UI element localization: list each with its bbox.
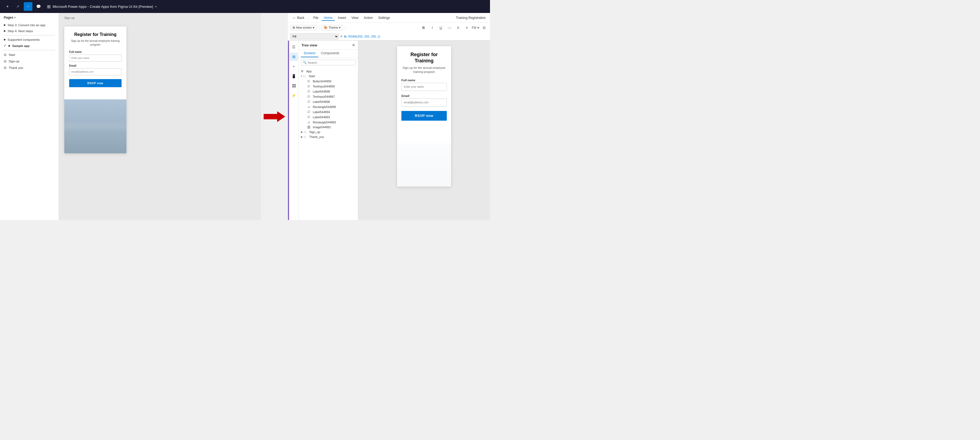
pa-search-box: 🔍 [301,60,356,65]
tree-item-thankyou[interactable]: ▶ □ Thank_you [299,134,358,139]
font-size-icon: A [457,25,460,30]
pa-tree-tabs: Screens Components [299,50,358,57]
pa-tree-view-icon[interactable]: ⊞ [290,52,298,61]
tree-item-lbl544894-label: Label544894 [313,110,355,114]
pa-body: ☰ ⊞ + 📱 🖼 ⚡ Tree view ✕ Screens Componen… [288,41,490,220]
border-button[interactable]: ⊟ [480,24,488,31]
pa-form-card: Register for Training Sign up for the an… [397,46,451,186]
svg-marker-0 [264,111,285,122]
tree-item-rect544895-label: Rectangle544895 [313,105,355,108]
screen-thankyou[interactable]: ⊞ Thank you [0,65,59,71]
pa-property-dropdown[interactable]: Fill [290,33,339,40]
pages-header: Pages ▾ [0,13,59,22]
tree-item-lbl544894[interactable]: ☑ Label544894 [299,109,358,114]
align-button[interactable]: ≡ [463,24,471,31]
formula-equals: = [340,34,342,38]
formula-expression[interactable]: RGBA(255, 255, 255, 1) [348,35,380,38]
page-dot-icon [4,30,5,32]
back-arrow-icon: ← [292,16,296,20]
label-comp-icon: ☑ [307,90,312,93]
new-screen-icon: ⊞ [293,26,295,29]
canvas-screen-label: Sign-up [64,16,75,19]
tree-item-rect544895[interactable]: ⊿ Rectangle544895 [299,104,358,109]
tree-item-txt544897-label: TextInput544897 [313,95,355,98]
tree-close-button[interactable]: ✕ [352,43,355,47]
screen-thankyou-icon: □ [304,135,308,138]
pa-tab-screens[interactable]: Screens [301,50,318,57]
tree-item-lbl544898[interactable]: ☑ Label544898 [299,89,358,94]
pa-theme-button[interactable]: 🎨 Theme ▾ [321,25,343,30]
pa-back-button[interactable]: ← Back [290,14,307,21]
pa-menu-file[interactable]: File [311,15,321,21]
page-sample[interactable]: ✓ Sample app [0,43,59,49]
figma-tool-comment[interactable]: 💬 [34,2,43,11]
label2-comp-icon: ☑ [307,100,312,103]
tree-expand-icon: ▾ [301,75,302,78]
tree-item-lbl544893-label: Label544893 [313,116,355,119]
tree-item-lbl544896[interactable]: ☑ Label544896 [299,99,358,104]
tree-view-title: Tree view [301,43,317,47]
screen-signup-label: Sign-up [9,60,19,63]
tree-item-rect544892[interactable]: ⊿ Rectangle544892 [299,119,358,125]
pa-menu-settings[interactable]: Settings [376,15,392,21]
pa-menu-home[interactable]: Home [322,15,335,21]
figma-title-chevron[interactable]: ▾ [155,5,157,8]
main-layout: Pages ▾ Step 3: Convert into an app Step… [0,13,490,220]
pa-variables-icon[interactable]: ⚡ [290,92,298,100]
fill-dropdown[interactable]: Fill ▾ [472,24,479,31]
pages-chevron-icon[interactable]: ▾ [14,16,16,19]
pa-plus-icon[interactable]: + [290,62,298,70]
page-step3[interactable]: Step 3: Convert into an app [0,22,59,28]
form-title: Register for Training [69,32,122,38]
pa-email-input[interactable] [401,98,447,106]
strikethrough-button[interactable]: — [446,24,453,31]
screen-signup[interactable]: ⊞ Sign-up [0,58,59,65]
bold-button[interactable]: B [420,24,427,31]
tree-search-input[interactable] [308,61,354,64]
tree-expand-signup-icon: ▶ [301,131,303,133]
pa-media-icon[interactable]: 🖼 [290,82,298,90]
figma-tool-hand[interactable]: ☞ [24,2,32,11]
font-size-button[interactable]: A [454,24,462,31]
pa-canvas: Register for Training Sign up for the an… [358,41,490,220]
pa-left-toolbar: ☰ ⊞ + 📱 🖼 ⚡ [289,41,299,220]
tree-item-btn544900[interactable]: ⊡ Button544900 [299,79,358,84]
figma-tool-arrow[interactable]: ↗ [14,2,22,11]
rsvp-button[interactable]: RSVP now [69,79,122,87]
tree-item-signup[interactable]: ▶ □ Sign_up [299,130,358,134]
page-step4-label: Step 4: Next steps [8,29,33,33]
italic-button[interactable]: I [428,24,436,31]
theme-chevron-icon: ▾ [339,26,340,29]
figma-tool-menu[interactable]: ✦ [3,2,12,11]
pa-toolbar: ⊞ New screen ▾ 🎨 Theme ▾ B I U — A [288,23,490,32]
tree-item-lbl544893[interactable]: ☑ Label544893 [299,114,358,119]
pa-formula-bar: Fill = fx RGBA(255, 255, 255, 1) [288,32,490,40]
underline-button[interactable]: U [437,24,445,31]
tree-item-txt544899-label: TextInput544899 [313,85,355,88]
tree-item-txt544897[interactable]: ⊡ TextInput544897 [299,94,358,99]
full-name-input[interactable] [69,54,122,62]
pa-menu-insert[interactable]: Insert [336,15,348,21]
tree-item-img544891[interactable]: 🖼 Image544891 [299,125,358,130]
tree-item-lbl544896-label: Label544896 [313,100,355,103]
pa-rsvp-button[interactable]: RSVP now [401,111,447,121]
pa-tree-panel: Tree view ✕ Screens Components 🔍 ⊞ App [299,41,358,220]
pa-menu-action[interactable]: Action [362,15,375,21]
tree-item-start[interactable]: ▾ □ Start ··· [299,74,358,79]
pa-device-icon[interactable]: 📱 [290,72,298,80]
pa-menu-view[interactable]: View [349,15,361,21]
tree-item-app[interactable]: ⊞ App [299,68,358,74]
tree-item-txt544899[interactable]: ⊡ TextInput544899 [299,84,358,89]
page-supported[interactable]: Supported components [0,37,59,43]
pa-full-name-input[interactable] [401,83,447,91]
pa-full-name-label: Full name [401,79,447,82]
rectangle2-comp-icon: ⊿ [307,121,312,124]
screen-hash-icon: ⊞ [4,66,6,70]
page-step4[interactable]: Step 4: Next steps [0,28,59,34]
email-input[interactable] [69,68,122,75]
pa-tab-components[interactable]: Components [318,50,342,57]
image-comp-icon: 🖼 [307,125,312,129]
screen-start[interactable]: ⊞ Start [0,52,59,58]
pa-new-screen-button[interactable]: ⊞ New screen ▾ [290,25,317,30]
pa-hamburger-icon[interactable]: ☰ [290,43,298,51]
